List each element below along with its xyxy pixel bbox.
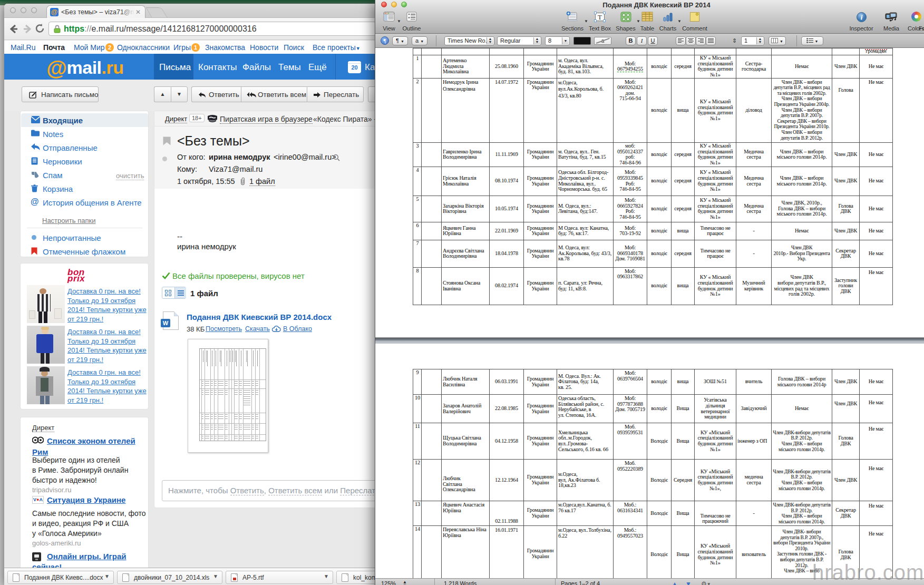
- svg-text:i: i: [860, 13, 862, 21]
- svg-text:T: T: [598, 13, 602, 21]
